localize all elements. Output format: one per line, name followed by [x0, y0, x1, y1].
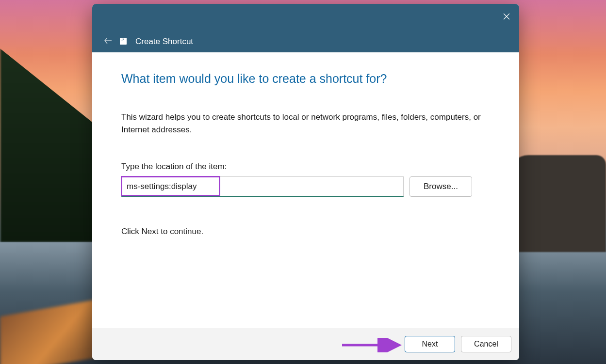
close-icon [503, 13, 510, 20]
browse-button[interactable]: Browse... [409, 176, 472, 197]
next-button[interactable]: Next [405, 336, 455, 352]
background-rocks [509, 155, 606, 252]
close-button[interactable] [498, 8, 515, 25]
create-shortcut-dialog: Create Shortcut What item would you like… [92, 4, 519, 360]
input-row: Browse... [121, 176, 490, 197]
continue-instruction: Click Next to continue. [121, 227, 490, 237]
page-heading: What item would you like to create a sho… [121, 72, 490, 86]
input-wrapper [121, 176, 404, 197]
dialog-footer: Next Cancel [92, 328, 519, 360]
dialog-title: Create Shortcut [135, 37, 193, 47]
shortcut-icon [120, 38, 127, 45]
wizard-description: This wizard helps you to create shortcut… [121, 111, 490, 136]
cancel-button[interactable]: Cancel [461, 336, 511, 352]
dialog-titlebar: Create Shortcut [92, 4, 519, 52]
back-arrow-icon [104, 36, 113, 45]
annotation-arrow-icon [340, 338, 408, 352]
location-input[interactable] [121, 176, 404, 197]
location-label: Type the location of the item: [121, 162, 490, 172]
dialog-content: What item would you like to create a sho… [92, 52, 519, 328]
background-trees [0, 48, 97, 242]
back-button[interactable] [99, 32, 117, 49]
